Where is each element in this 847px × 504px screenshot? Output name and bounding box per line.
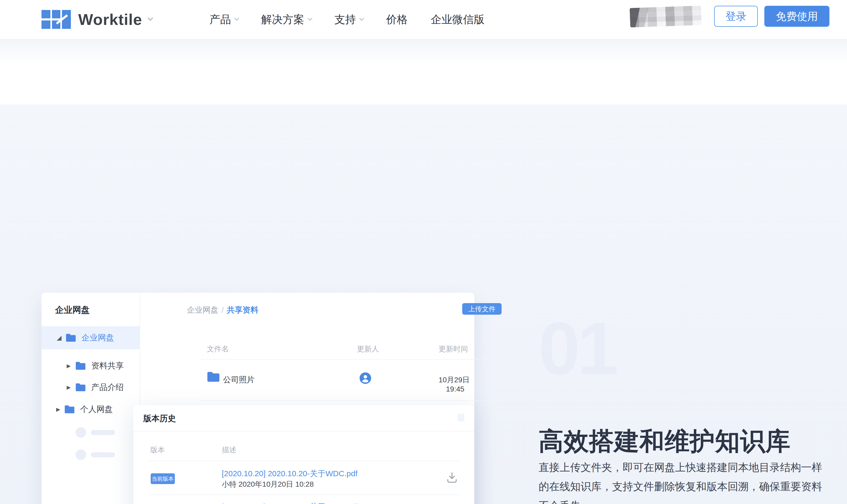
- chevron-down-icon: [359, 16, 364, 20]
- worktile-logo[interactable]: Worktile: [41, 0, 152, 39]
- breadcrumb-current: 共享资料: [227, 305, 258, 316]
- version-history-modal: 版本历史 版本 描述 当前版本 [2020.10.20] 2020.10.20-…: [133, 405, 474, 504]
- skeleton-avatar: [75, 427, 86, 438]
- tree-item-shared-docs[interactable]: ▶ 资料共享: [41, 356, 140, 376]
- tree-item-enterprise-drive[interactable]: ◢ 企业网盘: [41, 326, 140, 349]
- folder-icon: [75, 383, 86, 392]
- worktile-logo-icon: [41, 10, 71, 29]
- divider: [147, 494, 461, 495]
- feature-title: 高效搭建和维护知识库: [539, 425, 791, 458]
- folder-icon: [64, 405, 75, 414]
- breadcrumb: 企业网盘 / 共享资料: [187, 305, 258, 316]
- divider: [201, 359, 500, 360]
- login-button[interactable]: 登录: [714, 6, 758, 27]
- tree-item-label: 产品介绍: [91, 382, 124, 393]
- file-updated-clock: 19:45: [446, 385, 464, 393]
- nav-item-label: 解决方案: [261, 12, 304, 27]
- logo-text: Worktile: [78, 11, 142, 29]
- divider: [147, 461, 461, 461]
- caret-collapsed-icon[interactable]: ▶: [67, 385, 71, 390]
- nav-item-products[interactable]: 产品: [209, 12, 238, 27]
- free-trial-button[interactable]: 免费使用: [764, 6, 829, 27]
- sidebar-title: 企业网盘: [55, 304, 90, 316]
- upload-file-button[interactable]: 上传文件: [462, 303, 502, 315]
- caret-collapsed-icon[interactable]: ▶: [67, 363, 71, 368]
- feature-section: 01 高效搭建和维护知识库 直接上传文件夹，即可在网盘上快速搭建同本地目录结构一…: [0, 104, 847, 504]
- column-header-updated-time: 更新时间: [438, 344, 468, 354]
- column-header-description: 描述: [222, 445, 237, 455]
- tree-item-label: 个人网盘: [80, 404, 113, 415]
- version-file-link[interactable]: [2020.10.20] 2020.10.20-关于WDC.pdf: [222, 468, 358, 479]
- breadcrumb-separator: /: [222, 306, 224, 315]
- column-header-version: 版本: [150, 445, 165, 455]
- file-name: 公司照片: [223, 375, 255, 385]
- feature-description: 直接上传文件夹，即可在网盘上快速搭建同本地目录结构一样的在线知识库，支持文件删除…: [539, 458, 829, 504]
- tree-item-personal-drive[interactable]: ▶ 个人网盘: [41, 399, 140, 419]
- nav-item-support[interactable]: 支持: [334, 12, 363, 27]
- user-avatar-icon: [360, 372, 371, 384]
- drive-sidebar: 企业网盘 ◢ 企业网盘 ▶ 资料共享 ▶ 产品介绍 ▶: [41, 293, 140, 504]
- nav-item-solutions[interactable]: 解决方案: [261, 12, 311, 27]
- breadcrumb-root[interactable]: 企业网盘: [187, 305, 218, 316]
- feature-number-watermark: 01: [539, 311, 616, 386]
- file-updated-date: 10月29日: [438, 376, 470, 384]
- divider: [133, 431, 474, 432]
- tree-item-label: 资料共享: [91, 360, 124, 371]
- file-updated-time: 10月29日19:45: [438, 375, 474, 393]
- divider: [201, 400, 500, 401]
- column-header-filename: 文件名: [207, 344, 229, 354]
- nav-item-label: 支持: [334, 12, 356, 27]
- nav-item-pricing[interactable]: 价格: [386, 12, 408, 27]
- tree-item-product-intro[interactable]: ▶ 产品介绍: [41, 377, 140, 398]
- caret-collapsed-icon[interactable]: ▶: [56, 407, 60, 412]
- version-file-link[interactable]: [2020.10.16] 2020.10.16-关于WDC.pdf: [222, 502, 358, 504]
- nav-item-wechat-work[interactable]: 企业微信版: [431, 12, 485, 27]
- modal-title: 版本历史: [143, 413, 176, 424]
- column-header-updater: 更新人: [357, 344, 379, 354]
- nav-item-label: 企业微信版: [431, 12, 485, 27]
- folder-icon: [207, 371, 220, 382]
- nav-item-label: 价格: [386, 12, 408, 27]
- skeleton-bar: [91, 430, 115, 435]
- skeleton-bar: [91, 452, 115, 457]
- folder-icon: [66, 333, 76, 342]
- folder-icon: [75, 361, 86, 370]
- main-menu: 产品 解决方案 支持 价格 企业微信版: [209, 0, 485, 39]
- chevron-down-icon: [148, 15, 153, 21]
- version-badge-current: 当前版本: [151, 473, 175, 484]
- chevron-down-icon: [235, 16, 239, 20]
- skeleton-avatar: [75, 449, 86, 460]
- hero-fade-band: [0, 39, 847, 66]
- nav-item-label: 产品: [209, 12, 231, 27]
- download-icon[interactable]: [446, 471, 458, 484]
- chevron-down-icon: [308, 16, 312, 20]
- file-row-company-photos[interactable]: 公司照片 10月29日19:45: [140, 361, 474, 400]
- close-icon[interactable]: [457, 414, 464, 421]
- caret-expanded-icon[interactable]: ◢: [57, 335, 62, 341]
- tree-item-label: 企业网盘: [81, 332, 114, 343]
- top-navbar: Worktile 产品 解决方案 支持 价格 企业微信版 登录 免费使用: [0, 0, 847, 39]
- version-meta: 小特 2020年10月20日 10:28: [222, 479, 314, 489]
- phone-number-redacted: [630, 5, 702, 27]
